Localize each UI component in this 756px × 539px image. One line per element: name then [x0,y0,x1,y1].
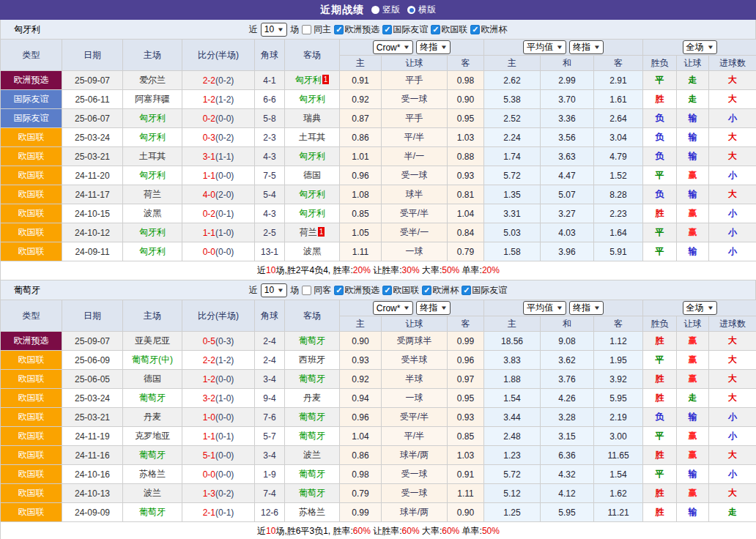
home-team-name: 爱尔兰 [139,75,166,85]
match-row: 欧国联25-03-24匈牙利0-3(0-2)2-3土耳其0.86平/半1.032… [1,128,756,147]
fulltime-score: 1-3 [203,488,215,499]
average-stage-select[interactable]: 终指▼ [569,301,604,315]
league-checkbox[interactable] [382,286,392,295]
league-checkbox[interactable] [334,25,344,34]
home-team: 波黑 [123,204,182,223]
league-checkbox[interactable] [334,286,344,295]
scope-select[interactable]: 全场▼ [683,301,717,315]
fulltime-score: 3-2 [203,393,215,404]
league-filter: 欧洲预选 [334,23,379,36]
avg-away-odds: 1.62 [594,484,643,503]
avg-draw-odds: 3.62 [541,351,594,370]
halftime-score: (1-0) [215,228,234,238]
result-handicap: 输 [677,242,709,261]
halftime-score: (1-2) [215,94,234,105]
avg-draw-odds: 4.26 [541,389,594,408]
league-type-badge: 欧国联 [1,351,62,370]
match-count-select[interactable]: 10▼ [261,283,287,297]
average-select[interactable]: 平均值▼ [523,301,566,315]
odds-stage-select-value: 终指 [420,302,437,314]
bookmaker-select[interactable]: Crow*▼ [373,301,414,315]
avg-away-odds: 3.00 [594,427,643,446]
sub-column-header: 让球 [677,56,709,71]
crow-home-odds: 0.79 [340,484,382,503]
avg-draw-odds: 3.36 [541,109,594,128]
match-count-select-value: 10 [264,285,274,295]
result-handicap: 赢 [677,166,709,185]
halftime-score: (0-0) [215,374,234,384]
league-checkbox[interactable] [422,286,431,295]
score: 1-2(0-0) [182,370,255,389]
home-team-name: 波兰 [144,488,161,498]
summary-segment: 60% [353,526,371,536]
avg-draw-odds: 4.32 [541,465,594,484]
league-label: 欧洲杯 [481,23,507,36]
league-checkbox[interactable] [470,25,480,34]
radio-selected-icon [407,6,415,14]
scope-select[interactable]: 全场▼ [683,40,717,54]
summary-row: 近10场,胜6平3负1, 胜率:60% 让胜率:60% 大率:60% 单率:50… [1,522,756,539]
filter-near-label: 近 [249,23,258,36]
layout-option-vertical[interactable]: 竖版 [371,4,400,16]
halftime-score: (1-1) [215,152,234,162]
crow-home-odds: 0.92 [340,90,382,109]
summary-segment: 大率: [420,526,442,536]
away-team-name: 葡萄牙 [299,488,325,498]
match-date: 24-11-19 [62,427,123,446]
result-handicap: 赢 [677,332,709,351]
corner-score: 13-1 [255,242,285,261]
home-team: 葡萄牙 [123,389,182,408]
away-team: 丹麦 [285,389,340,408]
handicap-line: 受一球 [382,465,448,484]
same-venue-checkbox[interactable] [302,286,311,295]
crow-group-header: Crow*▼终指▼ [340,40,484,56]
score: 1-1(0-0) [182,166,255,185]
league-checkbox[interactable] [431,25,440,34]
match-date: 24-11-20 [62,166,123,185]
home-team: 丹麦 [123,408,182,427]
result-wdl: 平 [643,223,677,242]
avg-home-odds: 3.83 [484,351,541,370]
match-row: 国际友谊25-06-07匈牙利0-2(0-0)5-8瑞典0.87平手0.952.… [1,109,756,128]
avg-home-odds: 3.44 [484,408,541,427]
league-checkbox[interactable] [382,25,392,34]
league-filter: 欧洲杯 [470,23,507,36]
match-count-select[interactable]: 10▼ [261,23,287,37]
summary-row: 近10场,胜2平4负4, 胜率:20% 让胜率:30% 大率:50% 单率:20… [1,261,756,280]
result-goals: 大 [709,370,756,389]
odds-stage-select[interactable]: 终指▼ [416,40,451,54]
avg-draw-odds: 3.96 [541,242,594,261]
home-team: 匈牙利 [123,223,182,242]
avg-away-odds: 8.28 [594,185,643,204]
chevron-down-icon: ▼ [440,305,448,311]
away-team: 波兰 [285,446,340,465]
home-team: 葡萄牙 [123,446,182,465]
handicap-line: 一球 [382,242,448,261]
match-row: 欧国联25-03-21土耳其3-1(1-1)4-3匈牙利1.01半/一0.881… [1,147,756,166]
league-checkbox[interactable] [462,286,471,295]
halftime-score: (0-0) [215,114,234,124]
avg-away-odds: 1.95 [594,351,643,370]
avg-draw-odds: 3.28 [541,408,594,427]
odds-stage-select[interactable]: 终指▼ [416,301,451,315]
bookmaker-select[interactable]: Crow*▼ [373,40,414,54]
handicap-line: 受一球 [382,166,448,185]
avg-draw-odds: 3.27 [541,204,594,223]
avg-away-odds: 11.65 [594,446,643,465]
team-name: 葡萄牙 [14,284,40,297]
chevron-down-icon: ▼ [277,26,284,33]
away-team: 葡萄牙 [285,484,340,503]
layout-option-horizontal[interactable]: 横版 [407,4,436,16]
halftime-score: (0-0) [215,450,234,461]
average-select[interactable]: 平均值▼ [523,40,566,54]
same-venue-checkbox[interactable] [302,25,311,34]
corner-score: 6-6 [255,90,285,109]
chevron-down-icon: ▼ [403,305,410,311]
league-filter: 国际友谊 [462,284,507,297]
away-team: 葡萄牙 [285,408,340,427]
away-team-name: 波黑 [303,246,321,256]
avg-home-odds: 1.88 [484,370,541,389]
crow-away-odds: 0.88 [448,147,484,166]
average-stage-select[interactable]: 终指▼ [569,40,604,54]
crow-away-odds: 0.97 [448,370,484,389]
